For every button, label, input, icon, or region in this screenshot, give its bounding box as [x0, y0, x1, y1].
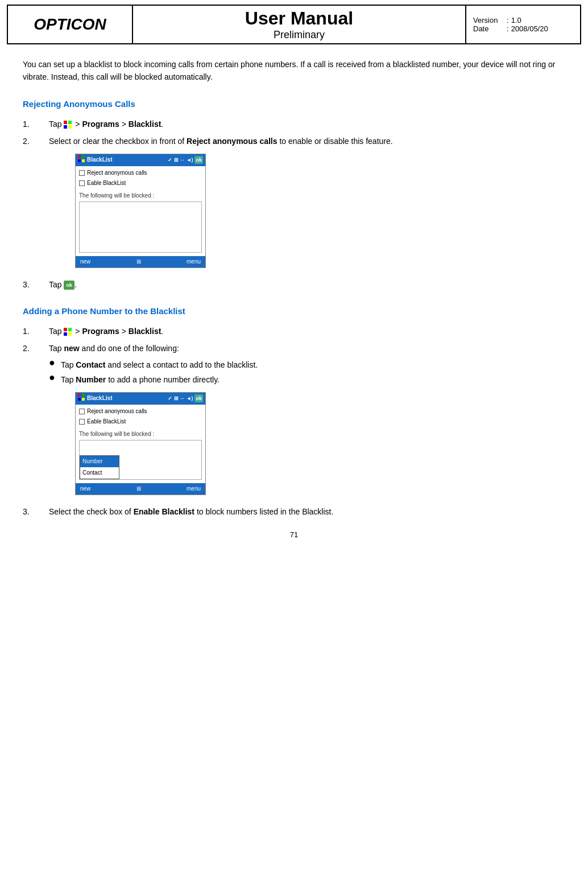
document-meta: Version : 1.0 Date : 2008/05/20 [466, 6, 580, 43]
step-num-2: 2. [23, 135, 40, 147]
section-rejecting: Rejecting Anonymous Calls 1. Tap > Progr… [23, 97, 565, 291]
checkbox-reject-2: Reject anonymous calls [79, 407, 202, 416]
version-value: 1.0 [511, 16, 521, 24]
s2-blacklist-bold: Blacklist [129, 327, 162, 336]
svg-rect-9 [68, 328, 72, 331]
step-2-content: Select or clear the checkbox in front of… [49, 135, 565, 273]
version-sep: : [507, 16, 509, 24]
svg-rect-14 [78, 398, 81, 401]
phone-title-text-2: BlackList [87, 394, 165, 403]
bullet-dot-1: ● [49, 357, 55, 368]
ok-button-inline: ok [64, 281, 74, 290]
menu-new: new [80, 257, 90, 266]
section2-step-1: 1. Tap > Programs > Blacklist. [23, 325, 565, 337]
phone-titlebar-icons: ✓ ⊞ ↔ ◄) ok [168, 156, 203, 164]
checkbox-enable-label: Eable BlackList [87, 179, 126, 188]
step-num-1: 1. [23, 118, 40, 130]
phone-titlebar-2: BlackList ✓ ⊞ ↔ ◄) ok [76, 393, 205, 405]
section1-title: Rejecting Anonymous Calls [23, 97, 565, 111]
phone-titlebar-icons-2: ✓ ⊞ ↔ ◄) ok [168, 394, 203, 402]
page-number: 71 [23, 529, 565, 541]
svg-rect-6 [78, 159, 81, 162]
phone-menubar-2: new ⊞ menu [76, 483, 205, 495]
menu-menu: menu [187, 257, 201, 266]
section-adding: Adding a Phone Number to the Blacklist 1… [23, 304, 565, 518]
checkbox-icon [79, 170, 85, 176]
checkbox-enable-2: Eable BlackList [79, 417, 202, 426]
phone-body-2: Reject anonymous calls Eable BlackList T… [76, 405, 205, 483]
bullet-contact: ● Tap Contact and select a contact to ad… [49, 359, 565, 371]
popup-contact: Contact [80, 467, 119, 479]
step-3-content: Tap ok. [49, 278, 565, 291]
section2-step-2: 2. Tap new and do one of the following: … [23, 342, 565, 500]
new-bold: new [64, 344, 79, 353]
windows-flag-icon [64, 121, 72, 129]
menu-keyboard-icon-2: ⊞ [136, 484, 141, 493]
svg-rect-4 [78, 155, 81, 158]
phone-menubar-1: new ⊞ menu [76, 256, 205, 267]
programs-bold: Programs [82, 120, 119, 129]
windows-flag-icon-2 [64, 328, 72, 336]
section1-steps: 1. Tap > Programs > Blacklist. 2. Selec [23, 118, 565, 291]
windows-start-icon-2 [78, 394, 85, 403]
menu-new-2: new [80, 484, 90, 493]
blocked-label: The following will be blocked : [79, 191, 202, 200]
menu-menu-2: menu [187, 484, 201, 493]
blocked-label-2: The following will be blocked : [79, 430, 202, 439]
popup-number: Number [80, 456, 119, 467]
phone-screenshot-2: BlackList ✓ ⊞ ↔ ◄) ok Reject anonymous c… [75, 392, 206, 495]
checkbox-enable-icon-2 [79, 419, 85, 425]
svg-rect-10 [64, 332, 67, 336]
checkbox-enable-label-2: Eable BlackList [87, 417, 126, 426]
win-logo-small-2 [78, 394, 85, 401]
section2-step-1-content: Tap > Programs > Blacklist. [49, 325, 565, 337]
logo: OPTICON [8, 6, 133, 43]
section2-step-2-content: Tap new and do one of the following: ● T… [49, 342, 565, 500]
blocked-list-box-2: Number Contact [79, 440, 202, 480]
reject-anon-bold: Reject anonymous calls [187, 137, 278, 146]
s2-programs-bold: Programs [82, 327, 119, 336]
svg-rect-7 [82, 159, 85, 162]
section2-step-num-1: 1. [23, 325, 40, 337]
checkbox-enable-icon [79, 180, 85, 186]
windows-start-icon [78, 155, 85, 165]
bullet-number-text: Tap Number to add a phone number directl… [61, 373, 220, 386]
enable-blacklist-bold: Enable Blacklist [134, 507, 194, 516]
step-1-content: Tap > Programs > Blacklist. [49, 118, 565, 130]
checkbox-reject: Reject anonymous calls [79, 168, 202, 178]
title-main: User Manual [245, 8, 353, 29]
checkbox-reject-label-2: Reject anonymous calls [87, 407, 147, 416]
page-header: OPTICON User Manual Preliminary Version … [7, 5, 581, 44]
blacklist-bold: Blacklist [129, 120, 162, 129]
svg-rect-15 [82, 398, 85, 401]
menu-keyboard-icon: ⊞ [136, 257, 141, 266]
popup-menu: Number Contact [80, 455, 119, 479]
document-title: User Manual Preliminary [133, 6, 466, 43]
blocked-list-box [79, 201, 202, 253]
checkbox-reject-icon-2 [79, 409, 85, 414]
main-content: You can set up a blacklist to block inco… [0, 49, 588, 550]
step-3: 3. Tap ok. [23, 278, 565, 291]
svg-rect-3 [68, 125, 72, 129]
date-sep: : [507, 24, 509, 33]
phone-title-text: BlackList [87, 155, 165, 164]
section2-step-3: 3. Select the check box of Enable Blackl… [23, 505, 565, 518]
step-2: 2. Select or clear the checkbox in front… [23, 135, 565, 273]
version-row: Version : 1.0 [473, 16, 573, 24]
checkbox-reject-label: Reject anonymous calls [87, 168, 147, 178]
section2-step-num-3: 3. [23, 505, 40, 518]
section2-step-num-2: 2. [23, 342, 40, 355]
section2-steps: 1. Tap > Programs > Blacklist. 2. Tap n [23, 325, 565, 518]
bullet-list: ● Tap Contact and select a contact to ad… [49, 359, 565, 386]
bullet-contact-text: Tap Contact and select a contact to add … [61, 359, 258, 371]
svg-rect-13 [82, 394, 85, 397]
svg-rect-5 [82, 155, 85, 158]
date-row: Date : 2008/05/20 [473, 24, 573, 33]
section2-step-3-content: Select the check box of Enable Blacklist… [49, 505, 565, 518]
checkbox-enable: Eable BlackList [79, 179, 202, 188]
phone-screenshot-1: BlackList ✓ ⊞ ↔ ◄) ok Reject anonymous c… [75, 154, 206, 268]
svg-rect-2 [64, 125, 67, 129]
date-label: Date [473, 24, 504, 33]
step-1: 1. Tap > Programs > Blacklist. [23, 118, 565, 130]
svg-rect-12 [78, 394, 81, 397]
